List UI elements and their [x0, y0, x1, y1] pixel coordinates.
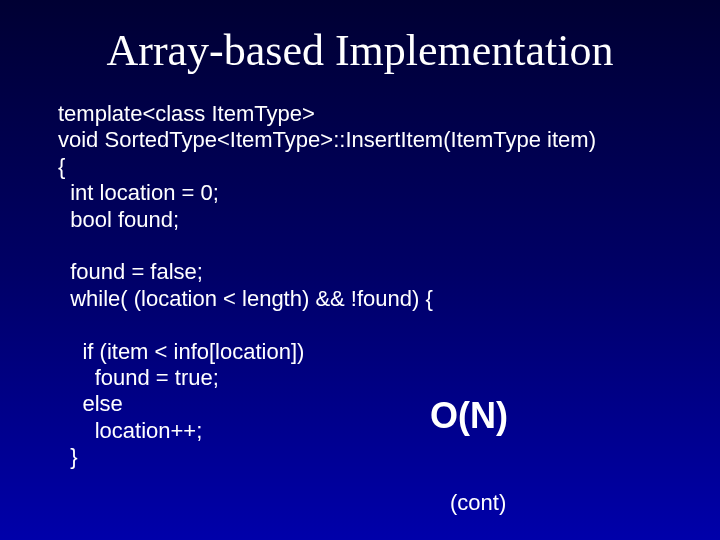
code-line: location++;: [58, 418, 202, 443]
code-line: }: [58, 444, 78, 469]
continuation-note: (cont): [450, 490, 506, 516]
code-line: while( (location < length) && !found) {: [58, 286, 433, 311]
slide-title: Array-based Implementation: [50, 25, 670, 76]
code-line: int location = 0;: [58, 180, 219, 205]
code-line: {: [58, 154, 65, 179]
code-line: found = true;: [58, 365, 219, 390]
code-line: found = false;: [58, 259, 203, 284]
code-line: void SortedType<ItemType>::InsertItem(It…: [58, 127, 596, 152]
code-line: bool found;: [58, 207, 179, 232]
slide-container: Array-based Implementation template<clas…: [0, 0, 720, 540]
code-line: else: [58, 391, 123, 416]
code-block: template<class ItemType> void SortedType…: [58, 101, 670, 470]
complexity-annotation: O(N): [430, 395, 508, 437]
code-line: if (item < info[location]): [58, 339, 304, 364]
code-line: template<class ItemType>: [58, 101, 315, 126]
